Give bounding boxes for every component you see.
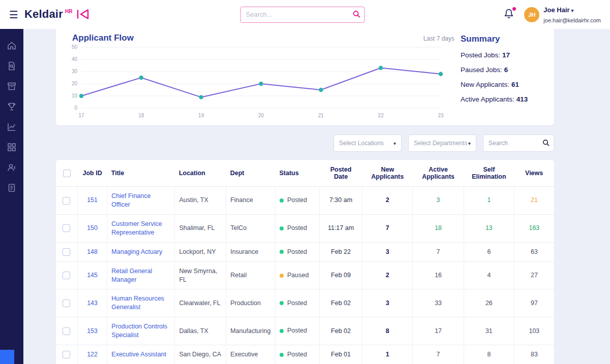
jobs-table-card: Job ID Title Location Dept Status Posted…	[56, 160, 554, 364]
svg-text:19: 19	[198, 113, 204, 118]
views-count: 83	[514, 345, 554, 364]
active-applicants-count: 3	[413, 187, 464, 215]
sidebar-scroll-indicator[interactable]	[0, 350, 14, 364]
job-title-link[interactable]: Customer Service Representative	[111, 220, 162, 236]
job-id-link[interactable]: 145	[87, 272, 98, 279]
self-elimination-count: 31	[464, 317, 514, 345]
active-applicants-count: 17	[413, 317, 464, 345]
summary-title: Summary	[461, 34, 544, 44]
main-content: Home › Templates › Open Jobs Applicant F…	[23, 0, 610, 364]
departments-select[interactable]: Select Departments ▾	[408, 135, 476, 152]
self-elimination-count: 1	[464, 187, 514, 215]
svg-text:23: 23	[438, 113, 444, 118]
jobs-table: Job ID Title Location Dept Status Posted…	[56, 160, 554, 364]
chart-area: Applicant Flow Last 7 days 0102030405017…	[64, 30, 458, 122]
table-row: 122 Executive Assistant San Diego, CA Ex…	[56, 345, 554, 364]
filters-bar: Select Locations ▾ Select Departments ▾	[56, 135, 554, 152]
job-id-link[interactable]: 153	[87, 327, 98, 335]
svg-text:21: 21	[318, 113, 324, 118]
job-dept: Retail	[226, 261, 276, 289]
job-location: Dallas, TX	[175, 317, 226, 345]
col-new-applicants[interactable]: New Applicants	[362, 160, 413, 187]
home-icon[interactable]	[7, 41, 16, 50]
svg-text:20: 20	[258, 113, 264, 118]
grid-icon[interactable]	[7, 143, 16, 152]
posted-date: Feb 09	[319, 261, 362, 289]
table-row: 153 Production Controls Specialist Dalla…	[56, 317, 554, 345]
job-title-link[interactable]: Executive Assistant	[111, 351, 166, 358]
job-status: Paused	[275, 261, 319, 289]
job-title-link[interactable]: Managing Actuary	[111, 248, 162, 255]
job-id-link[interactable]: 151	[87, 196, 98, 204]
new-applicants-count: 3	[362, 289, 413, 317]
user-menu[interactable]: JH Joe Hair▾ joe.hair@keldairhr.com	[524, 5, 601, 25]
chart-title: Applicant Flow	[72, 33, 134, 43]
job-title-link[interactable]: Human Resources Generalist	[111, 295, 164, 311]
row-checkbox[interactable]	[63, 327, 70, 335]
row-checkbox[interactable]	[63, 224, 70, 232]
user-name: Joe Hair▾	[543, 6, 573, 14]
chart-line-icon[interactable]	[7, 122, 16, 131]
job-dept: Finance	[226, 187, 276, 215]
col-views[interactable]: Views	[514, 160, 554, 187]
row-checkbox[interactable]	[63, 197, 70, 205]
document-search-icon[interactable]	[7, 61, 16, 71]
col-job-id[interactable]: Job ID	[77, 160, 107, 187]
self-elimination-count: 13	[464, 214, 514, 242]
views-count: 103	[514, 317, 554, 345]
status-dot	[280, 274, 284, 278]
row-checkbox[interactable]	[63, 351, 70, 358]
trophy-icon[interactable]	[7, 102, 16, 111]
col-self-elimination[interactable]: Self Elimination	[464, 160, 514, 187]
brand-glyph-icon	[76, 9, 89, 21]
col-dept[interactable]: Dept	[226, 160, 276, 187]
brand-logo[interactable]: Keldair HR	[24, 8, 89, 21]
views-count: 21	[514, 187, 554, 215]
locations-select[interactable]: Select Locations ▾	[333, 135, 402, 152]
active-applicants-count: 18	[413, 214, 464, 242]
applicant-flow-card: Applicant Flow Last 7 days 0102030405017…	[56, 23, 554, 125]
sidebar-nav	[0, 29, 23, 364]
active-applicants-count: 33	[413, 289, 464, 317]
job-id-link[interactable]: 150	[87, 224, 98, 231]
job-title-link[interactable]: Retail General Manager	[111, 268, 152, 283]
col-status[interactable]: Status	[275, 160, 319, 187]
posted-date: Feb 02	[319, 289, 362, 317]
col-active-applicants[interactable]: Active Applicants	[413, 160, 464, 187]
job-status: Posted	[275, 214, 319, 242]
select-all-checkbox[interactable]	[63, 170, 71, 177]
search-icon	[353, 10, 361, 20]
job-title-link[interactable]: Production Controls Specialist	[111, 323, 167, 339]
global-search-input[interactable]	[240, 7, 365, 23]
job-location: Shalimar, FL	[175, 214, 226, 242]
archive-icon[interactable]	[7, 82, 16, 91]
row-checkbox[interactable]	[63, 248, 70, 256]
row-checkbox[interactable]	[63, 272, 70, 279]
svg-text:10: 10	[72, 93, 78, 98]
job-title-link[interactable]: Chief Finance Officer	[111, 192, 150, 208]
job-id-link[interactable]: 148	[87, 248, 98, 255]
notifications-button[interactable]	[504, 8, 514, 21]
row-checkbox[interactable]	[63, 300, 70, 307]
views-count: 163	[514, 214, 554, 242]
svg-text:0: 0	[74, 105, 77, 111]
search-icon	[542, 139, 550, 149]
menu-icon[interactable]: ☰	[9, 10, 18, 20]
col-location[interactable]: Location	[175, 160, 226, 187]
records-icon[interactable]	[7, 183, 16, 192]
views-count: 27	[514, 261, 554, 289]
table-row: 150 Customer Service Representative Shal…	[56, 214, 554, 242]
svg-text:40: 40	[72, 56, 78, 62]
col-title[interactable]: Title	[107, 160, 175, 187]
self-elimination-count: 26	[464, 289, 514, 317]
table-row: 151 Chief Finance Officer Austin, TX Fin…	[56, 187, 554, 215]
job-location: Austin, TX	[175, 187, 226, 215]
user-settings-icon[interactable]	[7, 163, 16, 172]
job-location: Clearwater, FL	[175, 289, 226, 317]
self-elimination-count: 4	[464, 261, 514, 289]
job-dept: Executive	[226, 345, 276, 364]
job-id-link[interactable]: 143	[87, 300, 98, 307]
col-posted-date[interactable]: Posted Date	[319, 160, 362, 187]
job-id-link[interactable]: 122	[87, 351, 98, 358]
posted-date: Feb 01	[319, 345, 362, 364]
